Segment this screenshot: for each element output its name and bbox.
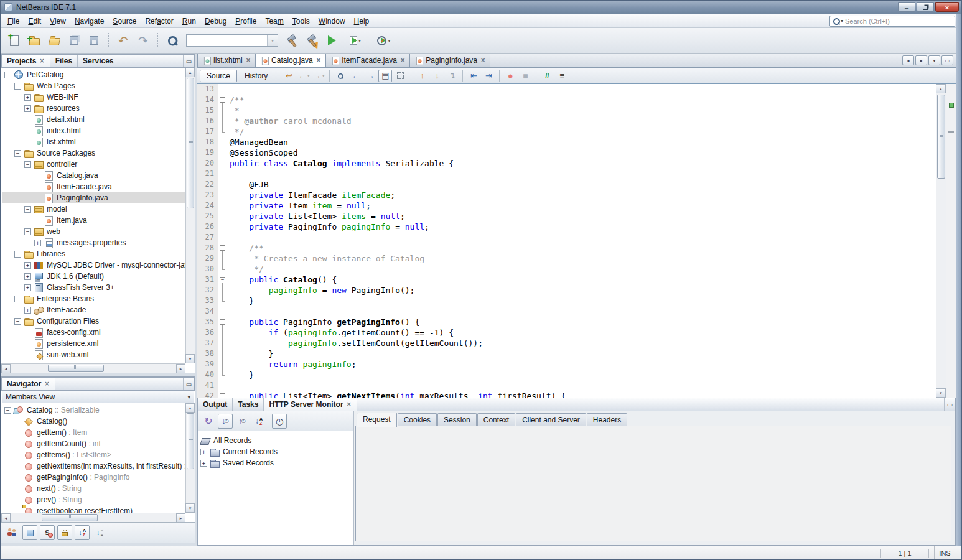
- scroll-up-icon[interactable]: ▴: [185, 403, 195, 413]
- tab-cookies[interactable]: Cookies: [398, 413, 437, 426]
- code-line-31[interactable]: 31− public Catalog() {: [197, 274, 936, 285]
- build-project-button[interactable]: [283, 32, 301, 49]
- tab-navigator[interactable]: Navigator ×: [2, 378, 55, 390]
- scroll-right-icon[interactable]: ▸: [176, 364, 185, 373]
- editor-tab-itemfacade-java[interactable]: ItemFacade.java×: [326, 54, 410, 67]
- code-line-22[interactable]: 22 @EJB: [197, 179, 936, 190]
- expand-icon[interactable]: +: [24, 94, 31, 101]
- opened-documents-list-button[interactable]: ▾: [928, 55, 940, 65]
- project-tree-item-web-pages[interactable]: −Web Pages: [2, 80, 185, 91]
- toggle-rectangular-selection-button[interactable]: [393, 70, 407, 82]
- tab-projects[interactable]: Projects ×: [2, 55, 50, 67]
- close-tab-icon[interactable]: ×: [347, 401, 352, 408]
- scrollbar-thumb[interactable]: [187, 78, 194, 208]
- code-line-16[interactable]: 16 * @author carol mcdonald: [197, 116, 936, 126]
- show-inherited-members-button[interactable]: [5, 525, 20, 540]
- code-line-28[interactable]: 28− /**: [197, 243, 936, 253]
- navigator-item-prev[interactable]: prev() : String: [2, 494, 185, 505]
- scroll-tabs-left-button[interactable]: ◂: [902, 55, 914, 65]
- menu-file[interactable]: File: [3, 15, 24, 27]
- open-project-button[interactable]: [45, 32, 63, 49]
- navigator-item-getnextitems-int-maxresults-int-firstresult[interactable]: getNextItems(int maxResults, int firstRe…: [2, 460, 185, 472]
- project-tree-item-enterprise-beans[interactable]: −Enterprise Beans: [2, 293, 185, 304]
- collapse-icon[interactable]: −: [14, 296, 21, 302]
- scroll-down-icon[interactable]: ▾: [936, 388, 946, 398]
- code-line-25[interactable]: 25 private List<Item> items = null;: [197, 211, 936, 222]
- editor-tab-paginginfo-java[interactable]: PagingInfo.java×: [410, 54, 490, 67]
- close-tab-icon[interactable]: ×: [44, 381, 49, 387]
- save-all-button[interactable]: [65, 32, 83, 49]
- editor-vertical-scrollbar[interactable]: ▴ ▾: [936, 84, 946, 398]
- expand-icon[interactable]: +: [200, 449, 207, 455]
- editor-tab-list-xhtml[interactable]: list.xhtml×: [197, 54, 256, 67]
- menu-navigate[interactable]: Navigate: [70, 15, 108, 27]
- combobox-dropdown-icon[interactable]: ▾: [267, 35, 278, 46]
- code-line-34[interactable]: 34: [197, 306, 936, 317]
- menu-view[interactable]: View: [45, 15, 70, 27]
- run-project-button[interactable]: [323, 32, 340, 49]
- profile-project-button[interactable]: ▾: [370, 32, 398, 49]
- project-tree-item-mysql-jdbc-driver-mysql-connector-java[interactable]: +MySQL JDBC Driver - mysql-connector-jav…: [2, 259, 185, 271]
- navigator-view-selector[interactable]: Members View ▾: [2, 391, 194, 403]
- tab-headers[interactable]: Headers: [587, 413, 627, 426]
- scroll-up-icon[interactable]: ▴: [936, 84, 946, 93]
- find-previous-button[interactable]: ←: [348, 70, 362, 82]
- menu-help[interactable]: Help: [350, 15, 374, 27]
- sort-by-source-button[interactable]: ↓≡≡: [92, 525, 107, 540]
- collapse-icon[interactable]: −: [4, 72, 11, 78]
- debug-dropdown-icon[interactable]: ▾: [358, 38, 361, 44]
- code-line-35[interactable]: 35− public PagingInfo getPagingInfo() {: [197, 317, 936, 327]
- project-tree-item-web[interactable]: −web: [2, 226, 185, 237]
- redo-button[interactable]: ↷: [134, 32, 152, 49]
- code-line-33[interactable]: 33 }: [197, 296, 936, 306]
- scrollbar-thumb[interactable]: [937, 95, 945, 179]
- project-tree-item-source-packages[interactable]: −Source Packages: [2, 147, 185, 159]
- sort-alphabetically-button[interactable]: ↓AZ: [75, 525, 90, 540]
- minimize-panel-button[interactable]: ▭: [183, 378, 194, 390]
- sort-ascending-button[interactable]: ↑◷: [235, 414, 250, 429]
- fold-toggle-icon[interactable]: −: [220, 393, 225, 398]
- scroll-tabs-right-button[interactable]: ▸: [915, 55, 927, 65]
- scroll-down-icon[interactable]: ▾: [185, 503, 195, 513]
- menu-team[interactable]: Team: [261, 15, 287, 27]
- quick-search[interactable]: ▾: [829, 16, 955, 27]
- navigator-item-getpaginginfo[interactable]: getPagingInfo() : PagingInfo: [2, 472, 185, 483]
- show-static-members-button[interactable]: S: [40, 525, 55, 540]
- tab-session[interactable]: Session: [437, 413, 477, 426]
- show-timestamps-button[interactable]: ◷: [272, 414, 287, 429]
- project-tree-item-messages-properties[interactable]: +messages.properties: [2, 237, 185, 248]
- code-line-27[interactable]: 27: [197, 232, 936, 243]
- projects-horizontal-scrollbar[interactable]: ◂ ▸: [1, 363, 185, 373]
- collapse-icon[interactable]: −: [14, 83, 21, 90]
- close-button[interactable]: ×: [935, 2, 959, 12]
- records-item-current-records[interactable]: +Current Records: [198, 446, 353, 457]
- back-button[interactable]: ←▾: [297, 70, 311, 82]
- code-line-17[interactable]: 17 */: [197, 126, 936, 137]
- expand-icon[interactable]: +: [200, 460, 207, 467]
- expand-icon[interactable]: +: [34, 240, 41, 246]
- comment-button[interactable]: //: [540, 70, 554, 82]
- code-line-42[interactable]: 42− public List<Item> getNextItems(int m…: [197, 391, 936, 398]
- projects-vertical-scrollbar[interactable]: ▴ ▾: [185, 68, 195, 363]
- toggle-highlight-search-button[interactable]: ▤: [378, 70, 392, 82]
- project-tree-item-glassfish-server-3[interactable]: +GlassFish Server 3+: [2, 282, 185, 293]
- fold-toggle-icon[interactable]: −: [220, 277, 225, 282]
- start-macro-recording-button[interactable]: ●: [503, 70, 517, 82]
- next-bookmark-button[interactable]: ↓: [430, 70, 444, 82]
- previous-bookmark-button[interactable]: ↑: [415, 70, 429, 82]
- close-tab-icon[interactable]: ×: [39, 58, 44, 64]
- project-tree-item-controller[interactable]: −controller: [2, 159, 185, 170]
- project-tree-item-itemfacade-java[interactable]: ItemFacade.java: [2, 181, 185, 192]
- navigator-item-getitem[interactable]: getItem() : Item: [2, 427, 185, 438]
- project-tree-item-libraries[interactable]: −Libraries: [2, 248, 185, 259]
- project-tree-item-jdk-1-6-default[interactable]: +JDK 1.6 (Default): [2, 271, 185, 282]
- tab-files[interactable]: Files: [50, 55, 78, 67]
- shift-line-left-button[interactable]: ⇤: [467, 70, 480, 82]
- navigator-item-reset-boolean-resetfirstitem[interactable]: reset(boolean resetFirstItem): [2, 505, 185, 513]
- reload-button[interactable]: ↻: [201, 414, 216, 429]
- shift-line-right-button[interactable]: ⇥: [482, 70, 495, 82]
- menu-profile[interactable]: Profile: [231, 15, 261, 27]
- collapse-icon[interactable]: −: [14, 318, 21, 325]
- project-tree-item-paginginfo-java[interactable]: PagingInfo.java: [2, 192, 185, 203]
- menu-run[interactable]: Run: [178, 15, 200, 27]
